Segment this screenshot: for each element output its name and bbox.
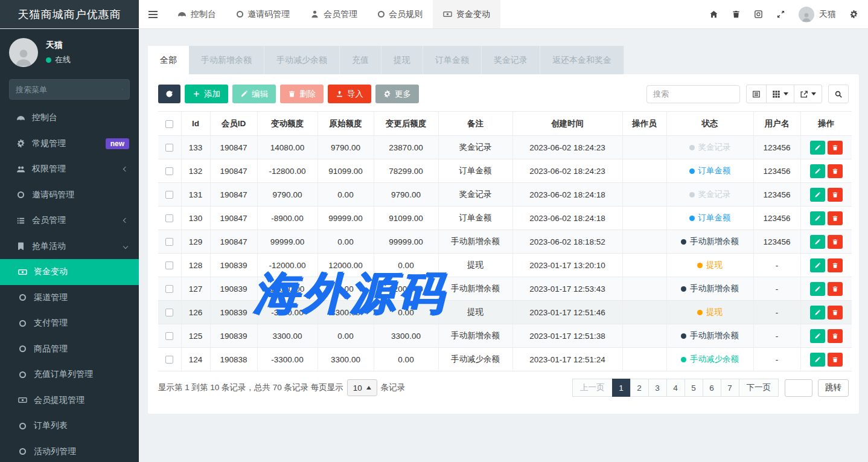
page-button-6[interactable]: 6	[703, 379, 721, 397]
row-delete-button[interactable]	[828, 211, 843, 225]
row-edit-button[interactable]	[810, 211, 825, 225]
row-delete-button[interactable]	[828, 235, 843, 249]
sidebar-item-products[interactable]: 商品管理	[0, 336, 139, 362]
row-edit-button[interactable]	[810, 188, 825, 202]
tab-all[interactable]: 全部	[148, 46, 189, 74]
export-button[interactable]	[794, 85, 822, 103]
column-header[interactable]: Id	[181, 112, 210, 136]
next-page-button[interactable]: 下一页	[739, 379, 779, 397]
nav-item-member-rules[interactable]: 会员规则	[368, 0, 433, 28]
row-delete-button[interactable]	[828, 141, 843, 155]
nav-item-console[interactable]: 控制台	[167, 0, 226, 28]
tab-order-amount[interactable]: 订单金额	[423, 46, 482, 74]
home-icon[interactable]	[709, 10, 718, 19]
page-button-2[interactable]: 2	[630, 379, 649, 397]
row-checkbox[interactable]	[165, 167, 173, 175]
row-delete-button[interactable]	[828, 306, 843, 319]
add-button[interactable]: 添加	[185, 85, 228, 103]
nav-item-invite-code[interactable]: 邀请码管理	[226, 0, 300, 28]
page-button-3[interactable]: 3	[648, 379, 667, 397]
page-button-4[interactable]: 4	[666, 379, 685, 397]
nav-item-fund-changes[interactable]: 资金变动	[433, 0, 500, 28]
tab-recharge[interactable]: 充值	[340, 46, 381, 74]
sidebar-item-invite-code[interactable]: 邀请码管理	[0, 182, 139, 208]
row-checkbox[interactable]	[165, 191, 173, 199]
row-checkbox[interactable]	[165, 214, 173, 222]
nav-item-members[interactable]: 会员管理	[300, 0, 368, 28]
columns-button[interactable]	[766, 85, 794, 103]
sidebar-item-member-withdrawals[interactable]: 会员提现管理	[0, 388, 139, 414]
row-delete-button[interactable]	[828, 353, 843, 367]
fullscreen-icon[interactable]	[776, 10, 785, 19]
row-edit-button[interactable]	[810, 282, 825, 296]
row-checkbox[interactable]	[165, 332, 173, 340]
sidebar-item-order-list[interactable]: 订单列表	[0, 413, 139, 439]
tab-return-principal[interactable]: 返还本金和奖金	[540, 46, 624, 74]
edit-button[interactable]: 编辑	[232, 85, 276, 103]
row-edit-button[interactable]	[810, 164, 825, 178]
column-header[interactable]: 变动额度	[257, 112, 318, 136]
table-search-input[interactable]	[646, 85, 740, 103]
delete-button[interactable]: 删除	[280, 85, 324, 103]
row-checkbox[interactable]	[165, 144, 173, 152]
row-checkbox[interactable]	[165, 309, 173, 316]
sidebar-item-activity-list[interactable]: 活动列管理	[0, 439, 139, 462]
sidebar-item-recharge-orders[interactable]: 充值订单列管理	[0, 362, 139, 388]
import-button[interactable]: 导入	[328, 85, 371, 103]
sidebar-search-input[interactable]	[16, 85, 122, 94]
row-delete-button[interactable]	[828, 188, 843, 202]
page-button-7[interactable]: 7	[721, 379, 739, 397]
detail-view-button[interactable]	[746, 85, 767, 103]
column-header[interactable]: 变更后额度	[374, 112, 438, 136]
sidebar-item-console[interactable]: 控制台	[0, 105, 139, 131]
sidebar-item-grab-activity[interactable]: 抢单活动	[0, 234, 139, 260]
page-button-1[interactable]: 1	[612, 379, 631, 397]
row-delete-button[interactable]	[828, 282, 843, 296]
search-icon[interactable]	[122, 85, 123, 94]
row-delete-button[interactable]	[828, 258, 843, 272]
row-checkbox[interactable]	[165, 356, 173, 364]
column-header[interactable]: 备注	[438, 112, 512, 136]
row-edit-button[interactable]	[810, 141, 825, 155]
sidebar-item-payments[interactable]: 支付管理	[0, 310, 139, 336]
tab-manual-add[interactable]: 手动新增余额	[189, 46, 264, 74]
sidebar-item-permissions[interactable]: 权限管理	[0, 156, 139, 182]
page-button-5[interactable]: 5	[685, 379, 703, 397]
row-edit-button[interactable]	[810, 235, 825, 249]
column-header[interactable]: 操作员	[622, 112, 666, 136]
advanced-search-button[interactable]	[828, 85, 849, 103]
trash-icon[interactable]	[732, 10, 741, 19]
row-delete-button[interactable]	[828, 329, 843, 343]
navbar-user[interactable]: 天猫	[799, 7, 836, 22]
refresh-button[interactable]	[158, 85, 180, 103]
prev-page-button[interactable]: 上一页	[572, 379, 613, 397]
column-header[interactable]: 操作	[800, 112, 852, 136]
sidebar-item-channels[interactable]: 渠道管理	[0, 285, 139, 311]
jump-page-input[interactable]	[785, 379, 812, 397]
row-edit-button[interactable]	[810, 258, 825, 272]
row-edit-button[interactable]	[810, 329, 825, 343]
sidebar-item-general[interactable]: 常规管理 new	[0, 131, 139, 157]
column-header[interactable]: 状态	[666, 112, 753, 136]
page-size-select[interactable]: 10	[347, 379, 377, 396]
select-all-checkbox[interactable]	[165, 120, 173, 128]
tab-bonus-record[interactable]: 奖金记录	[482, 46, 540, 74]
sidebar-item-members[interactable]: 会员管理	[0, 208, 139, 234]
sidebar-item-fund-changes[interactable]: 资金变动	[0, 259, 139, 285]
row-edit-button[interactable]	[810, 353, 825, 367]
hamburger-menu-icon[interactable]	[139, 0, 167, 28]
row-checkbox[interactable]	[165, 261, 173, 269]
tab-withdraw[interactable]: 提现	[381, 46, 423, 74]
column-header[interactable]: 原始额度	[318, 112, 374, 136]
column-header[interactable]: 会员ID	[210, 112, 257, 136]
column-header[interactable]: 用户名	[753, 112, 800, 136]
row-delete-button[interactable]	[828, 164, 843, 178]
column-header[interactable]: 创建时间	[512, 112, 622, 136]
settings-gear-icon[interactable]	[849, 10, 858, 19]
clear-cache-icon[interactable]	[754, 10, 763, 19]
more-button[interactable]: 更多	[375, 85, 419, 103]
jump-button[interactable]: 跳转	[818, 379, 849, 397]
row-checkbox[interactable]	[165, 285, 173, 293]
row-checkbox[interactable]	[165, 238, 173, 246]
tab-manual-sub[interactable]: 手动减少余额	[264, 46, 340, 74]
